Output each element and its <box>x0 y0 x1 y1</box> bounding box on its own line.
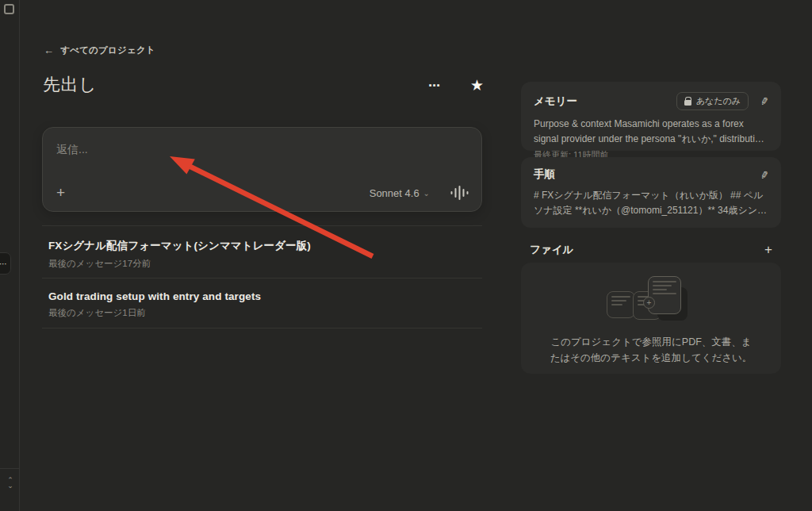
privacy-badge[interactable]: あなたのみ <box>676 92 749 110</box>
voice-waveform-icon[interactable] <box>450 186 469 200</box>
account-switcher[interactable]: ⌃ ⌄ <box>5 478 16 489</box>
memory-card: メモリー あなたのみ ✎ Purpose & context Masamichi… <box>521 82 781 151</box>
list-divider <box>42 225 482 226</box>
files-title: ファイル <box>530 243 573 257</box>
add-file-plus-icon[interactable]: + <box>764 242 772 258</box>
left-rail: ⋯ ⌃ ⌄ <box>0 0 20 511</box>
instructions-title: 手順 <box>534 167 555 182</box>
breadcrumb-all-projects[interactable]: ← すべてのプロジェクト <box>44 44 155 56</box>
list-divider <box>42 278 482 279</box>
instructions-body: # FXシグナル配信フォーマット（れいか版） ## ペルソナ設定 **れいか（@… <box>534 188 768 217</box>
edit-pencil-icon[interactable]: ✎ <box>757 95 771 106</box>
star-icon[interactable]: ★ <box>470 76 484 94</box>
files-header: ファイル + <box>530 242 772 258</box>
project-page: ⋯ ⌃ ⌄ ← すべてのプロジェクト 先出し ⋯ ★ 返信... + Sonne… <box>0 0 812 511</box>
list-divider <box>42 328 482 328</box>
breadcrumb-label: すべてのプロジェクト <box>60 44 155 56</box>
files-empty-text: このプロジェクトで参照用にPDF、文書、またはその他のテキストを追加してください… <box>550 334 753 367</box>
model-name: Sonnet 4.6 <box>370 187 419 199</box>
instructions-card: 手順 ✎ # FXシグナル配信フォーマット（れいか版） ## ペルソナ設定 **… <box>521 157 781 228</box>
reply-composer[interactable]: 返信... + Sonnet 4.6 ⌄ <box>42 127 482 212</box>
sidebar-toggle-icon[interactable] <box>4 4 14 14</box>
chat-item-fx-signal[interactable]: FXシグナル配信フォーマット(シンママトレーダー版) 最後のメッセージ17分前 <box>48 239 477 270</box>
plus-icon: + <box>643 297 655 309</box>
chat-item-gold-trading[interactable]: Gold trading setup with entry and target… <box>48 290 477 319</box>
chevron-down-icon: ⌄ <box>423 189 430 198</box>
chevron-down-icon: ⌄ <box>7 483 13 489</box>
attach-plus-icon[interactable]: + <box>56 186 65 200</box>
page-title: 先出し <box>43 73 97 97</box>
privacy-badge-label: あなたのみ <box>696 95 741 107</box>
edit-pencil-icon[interactable]: ✎ <box>757 169 771 180</box>
memory-title: メモリー <box>534 94 577 109</box>
chat-title: FXシグナル配信フォーマット(シンママトレーダー版) <box>48 239 477 253</box>
title-actions: ⋯ ★ <box>428 76 484 94</box>
model-selector[interactable]: Sonnet 4.6 ⌄ <box>370 187 430 199</box>
files-empty-card[interactable]: + このプロジェクトで参照用にPDF、文書、またはその他のテキストを追加してくだ… <box>521 263 781 374</box>
documents-illustration-icon: + <box>607 276 695 324</box>
composer-placeholder: 返信... <box>56 143 88 157</box>
back-arrow-icon: ← <box>44 44 54 56</box>
chat-meta: 最後のメッセージ1日前 <box>48 307 477 319</box>
rail-divider <box>0 468 20 469</box>
chat-title: Gold trading setup with entry and target… <box>48 290 477 302</box>
lock-icon <box>684 100 691 106</box>
composer-toolbar: + Sonnet 4.6 ⌄ <box>56 185 469 201</box>
more-options-icon[interactable]: ⋯ <box>428 79 441 93</box>
ellipsis-icon: ⋯ <box>0 259 8 268</box>
rail-more-handle[interactable]: ⋯ <box>0 252 11 275</box>
chat-meta: 最後のメッセージ17分前 <box>48 258 477 270</box>
memory-body: Purpose & context Masamichi operates as … <box>534 117 768 146</box>
